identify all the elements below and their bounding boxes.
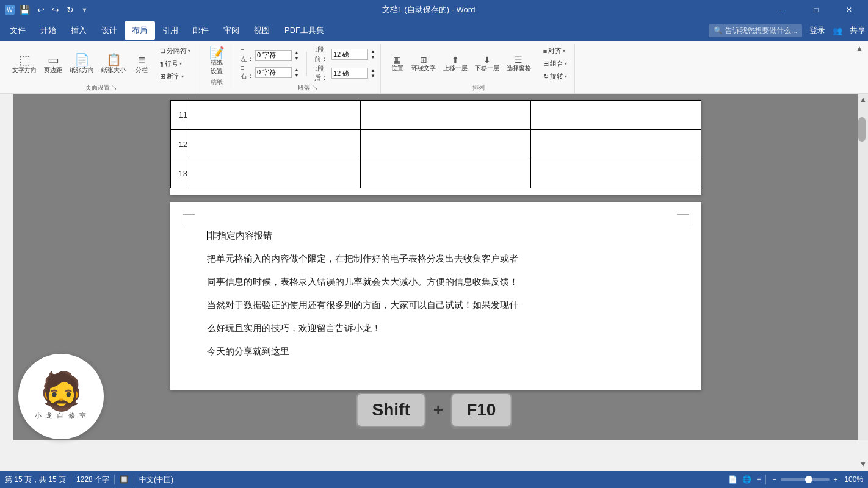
title-bar-controls: W 💾 ↩ ↪ ↻ ▼	[5, 4, 88, 16]
columns-icon: ≡	[138, 54, 145, 66]
f10-key: F10	[450, 393, 512, 427]
document-title: 文档1 (自动保存的) - Word	[88, 4, 769, 15]
table-cell[interactable]	[361, 101, 531, 130]
status-divider-2	[114, 475, 115, 484]
before-spacing-spinner[interactable]: ▲▼	[371, 49, 375, 60]
language: 中文(中国)	[139, 475, 173, 485]
manuscript-settings-button[interactable]: 📝 稿纸设置	[206, 45, 228, 77]
left-indent-input[interactable]	[255, 50, 292, 61]
line-number-button[interactable]: ¶ 行号 ▾	[157, 58, 193, 70]
selection-pane-button[interactable]: ☰ 选择窗格	[504, 54, 533, 74]
zoom-slider[interactable]: － ＋	[771, 475, 839, 485]
page2-content: 非指定内容报错 把单元格输入的内容做个限定，在把制作好的电子表格分发出去收集客户…	[207, 226, 665, 361]
redo-button[interactable]: ↪	[49, 4, 62, 16]
undo-button[interactable]: ↩	[35, 4, 47, 16]
spacing-box: ↕段前： ▲▼ ↕段后： ▲▼	[314, 45, 375, 82]
left-indent-label: ≡左：	[241, 47, 253, 63]
separator-dropdown-arrow: ▾	[188, 48, 190, 54]
right-indent-label: ≡右：	[241, 64, 253, 81]
text-direction-button[interactable]: ⬚ 文字方向	[10, 52, 39, 76]
separator-icon: ⊟	[160, 47, 165, 55]
table-cell[interactable]	[531, 159, 701, 188]
rotate-icon: ↻	[543, 73, 549, 81]
zoom-level[interactable]: 100%	[844, 475, 863, 484]
table-cell[interactable]	[531, 130, 701, 159]
wrap-text-button[interactable]: ⊞ 环绕文字	[409, 54, 438, 74]
refresh-button[interactable]: ↻	[64, 4, 76, 16]
menu-home[interactable]: 开始	[33, 21, 63, 40]
position-label: 位置	[391, 64, 403, 73]
table-cell[interactable]	[190, 159, 361, 188]
menu-mail[interactable]: 邮件	[186, 21, 216, 40]
ribbon-group-arrange: ▦ 位置 ⊞ 环绕文字 ⬆ 上移一层 ⬇ 下移一层 ☰ 选择窗格	[383, 44, 575, 93]
quick-access-more[interactable]: ▼	[81, 6, 88, 13]
before-spacing-input[interactable]	[331, 49, 368, 60]
group-button[interactable]: ⊞ 组合 ▾	[541, 58, 570, 70]
menu-layout[interactable]: 布局	[125, 21, 155, 40]
orientation-button[interactable]: 📄 纸张方向	[67, 52, 96, 76]
ribbon-scroll-up[interactable]: ▲	[856, 44, 863, 52]
menu-design[interactable]: 设计	[94, 21, 125, 40]
zoom-out-button[interactable]: －	[771, 475, 778, 485]
hyphenation-button[interactable]: ⊞ 断字 ▾	[157, 71, 193, 82]
page-setup-expand[interactable]: ↘	[111, 84, 117, 91]
bring-forward-button[interactable]: ⬆ 上移一层	[441, 54, 470, 74]
send-backward-button[interactable]: ⬇ 下移一层	[472, 54, 502, 74]
login-button[interactable]: 登录	[809, 25, 825, 36]
table-cell[interactable]	[190, 130, 361, 159]
view-normal-icon[interactable]: 📄	[728, 475, 737, 484]
zoom-thumb[interactable]	[805, 476, 812, 483]
separator-button[interactable]: ⊟ 分隔符 ▾	[157, 45, 193, 57]
table-row: 12	[171, 130, 701, 159]
menu-file[interactable]: 文件	[2, 21, 33, 40]
paragraph-group-label: 段落 ↘	[298, 84, 318, 92]
position-button[interactable]: ▦ 位置	[388, 54, 407, 74]
table-row: 13	[171, 159, 701, 188]
zoom-track[interactable]	[781, 478, 830, 481]
doc-scroll-area[interactable]: 11 12 13	[13, 94, 858, 440]
paper-size-button[interactable]: 📋 纸张大小	[99, 52, 128, 76]
menu-references[interactable]: 引用	[155, 21, 186, 40]
close-button[interactable]: ✕	[835, 0, 863, 20]
indent-box: ≡左： ▲▼ ≡右： ▲▼	[241, 47, 299, 81]
left-indent-spinner[interactable]: ▲▼	[294, 50, 299, 61]
table-row: 11	[171, 101, 701, 130]
zoom-in-button[interactable]: ＋	[832, 475, 839, 485]
menu-view[interactable]: 视图	[247, 21, 277, 40]
menu-review[interactable]: 审阅	[216, 21, 247, 40]
margins-button[interactable]: ▭ 页边距	[42, 52, 65, 76]
view-web-icon[interactable]: 🌐	[742, 475, 751, 484]
status-bar-right: 📄 🌐 ≡ － ＋ 100%	[728, 475, 863, 485]
menu-insert[interactable]: 插入	[63, 21, 94, 40]
table-cell[interactable]	[361, 130, 531, 159]
page-setup-label: 页面设置 ↘	[85, 84, 118, 92]
after-spacing-input[interactable]	[331, 68, 368, 79]
search-box[interactable]: 🔍 告诉我您想要做什么...	[709, 24, 802, 37]
menu-pdf[interactable]: PDF工具集	[277, 21, 331, 40]
right-indent-input[interactable]	[255, 67, 292, 78]
after-spacing-spinner[interactable]: ▲▼	[371, 68, 375, 79]
right-indent-spinner[interactable]: ▲▼	[294, 67, 299, 78]
restore-button[interactable]: □	[802, 0, 830, 20]
rotate-button[interactable]: ↻ 旋转 ▾	[541, 71, 570, 82]
share-button[interactable]: 共享	[850, 25, 866, 36]
scroll-up-arrow[interactable]: ▲	[858, 94, 868, 105]
doc-scrollbar[interactable]: ▲ ▼	[858, 94, 868, 440]
table-cell[interactable]	[361, 159, 531, 188]
save-button[interactable]: 💾	[17, 4, 32, 16]
view-outline-icon[interactable]: ≡	[756, 475, 761, 484]
scrollbar-thumb[interactable]	[858, 117, 866, 142]
table-cell[interactable]	[190, 101, 361, 130]
align-button[interactable]: ≡ 对齐 ▾	[541, 45, 570, 57]
paragraph-expand[interactable]: ↘	[312, 84, 318, 91]
ribbon-group-manuscript: 📝 稿纸设置 稿纸	[201, 44, 233, 88]
word-icon: W	[5, 5, 15, 15]
minimize-button[interactable]: ─	[769, 0, 797, 20]
orientation-icon: 📄	[74, 54, 90, 66]
share-icon: 👥	[833, 26, 842, 35]
page-count: 第 15 页，共 15 页	[5, 475, 66, 485]
table-cell[interactable]	[531, 101, 701, 130]
line-number-dropdown-arrow: ▾	[179, 61, 182, 66]
orientation-label: 纸张方向	[70, 66, 94, 74]
columns-button[interactable]: ≡ 分栏	[131, 52, 153, 76]
